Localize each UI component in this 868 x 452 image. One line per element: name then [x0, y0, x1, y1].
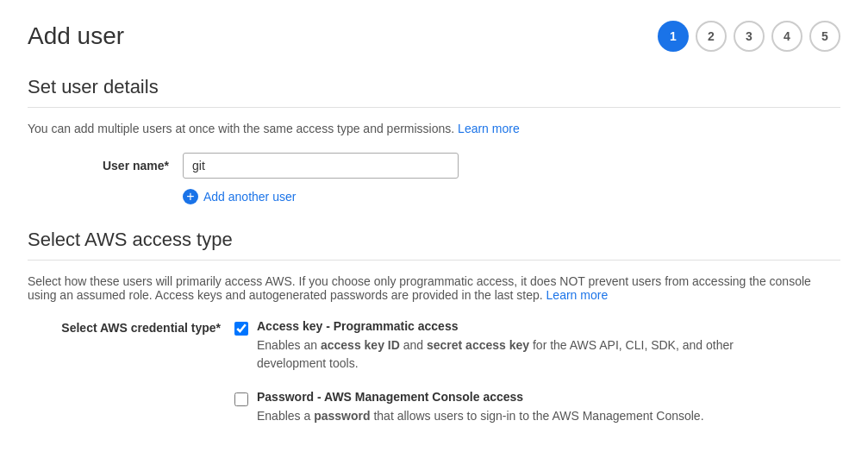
programmatic-access-desc: Enables an access key ID and secret acce… — [257, 336, 791, 373]
add-another-user-link[interactable]: + Add another user — [183, 189, 840, 204]
credential-type-row: Select AWS credential type* Access key -… — [28, 319, 840, 425]
step-indicator: 1 2 3 4 5 — [658, 21, 840, 52]
console-access-text: Password - AWS Management Console access… — [257, 390, 704, 425]
credential-type-label: Select AWS credential type* — [28, 319, 234, 335]
console-access-checkbox[interactable] — [234, 392, 248, 406]
username-input[interactable] — [183, 153, 459, 179]
page-title: Add user — [28, 22, 124, 50]
access-type-description: Select how these users will primarily ac… — [28, 274, 840, 302]
console-access-title: Password - AWS Management Console access — [257, 390, 704, 404]
credential-options: Access key - Programmatic access Enables… — [234, 319, 791, 425]
user-details-learn-more[interactable]: Learn more — [458, 122, 520, 135]
programmatic-access-title: Access key - Programmatic access — [257, 319, 791, 333]
programmatic-access-text: Access key - Programmatic access Enables… — [257, 319, 791, 373]
console-access-desc: Enables a password that allows users to … — [257, 407, 704, 425]
section-divider-1 — [28, 107, 840, 108]
add-another-user-label: Add another user — [203, 190, 296, 204]
page-header: Add user 1 2 3 4 5 — [28, 21, 840, 52]
step-4[interactable]: 4 — [771, 21, 802, 52]
step-3[interactable]: 3 — [734, 21, 765, 52]
step-1[interactable]: 1 — [658, 21, 689, 52]
console-access-option: Password - AWS Management Console access… — [234, 390, 791, 425]
programmatic-access-option: Access key - Programmatic access Enables… — [234, 319, 791, 373]
step-2[interactable]: 2 — [696, 21, 727, 52]
programmatic-access-checkbox[interactable] — [234, 322, 248, 336]
step-5[interactable]: 5 — [809, 21, 840, 52]
user-details-section: Set user details You can add multiple us… — [28, 76, 840, 204]
access-type-title: Select AWS access type — [28, 229, 840, 251]
access-type-section: Select AWS access type Select how these … — [28, 229, 840, 425]
user-details-description: You can add multiple users at once with … — [28, 122, 840, 135]
username-label: User name* — [28, 159, 183, 173]
user-details-title: Set user details — [28, 76, 840, 98]
username-row: User name* — [28, 153, 840, 179]
add-icon: + — [183, 189, 198, 204]
section-divider-2 — [28, 260, 840, 261]
access-type-learn-more[interactable]: Learn more — [546, 288, 609, 302]
